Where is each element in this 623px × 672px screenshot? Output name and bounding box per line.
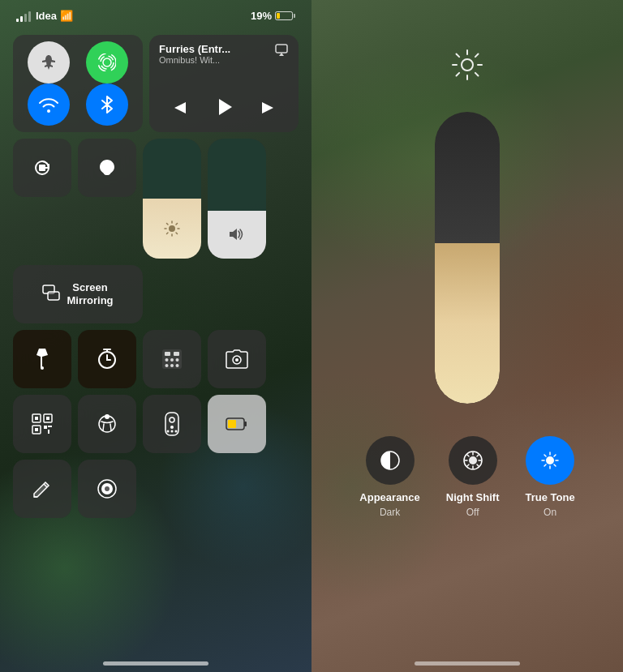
svg-line-79	[554, 464, 556, 466]
svg-point-44	[167, 430, 170, 433]
rotation-lock-button[interactable]	[13, 139, 71, 197]
svg-point-46	[171, 430, 174, 433]
battery-widget-button[interactable]	[208, 395, 266, 453]
svg-line-78	[544, 455, 546, 456]
svg-point-22	[165, 358, 169, 362]
svg-point-23	[170, 358, 174, 362]
slider-dark-area	[435, 112, 500, 243]
cellular-button[interactable]	[86, 41, 128, 83]
svg-line-13	[176, 224, 178, 225]
do-not-disturb-button[interactable]	[78, 139, 136, 197]
svg-rect-3	[276, 45, 287, 53]
calculator-button[interactable]	[143, 330, 201, 388]
svg-point-24	[176, 358, 179, 362]
brightness-slider[interactable]	[435, 112, 500, 404]
night-shift-button[interactable]	[449, 436, 497, 485]
airplane-mode-button[interactable]	[28, 41, 70, 83]
night-shift-control: Night Shift Off	[446, 436, 500, 518]
media-info: Furries (Entr... Omnibus! Wit...	[159, 43, 274, 65]
brightness-light-fill	[143, 199, 201, 259]
wifi-button[interactable]	[28, 83, 70, 126]
svg-point-6	[169, 225, 175, 232]
svg-line-61	[457, 73, 460, 76]
right-panel: Appearance Dark Night Shift O	[312, 0, 623, 672]
svg-point-64	[469, 456, 477, 464]
bluetooth-button[interactable]	[86, 83, 128, 126]
screen-mirroring-button[interactable]: ScreenMirroring	[13, 265, 143, 323]
carrier-name: Idea	[36, 10, 57, 22]
night-shift-label: Night Shift	[446, 491, 500, 503]
qr-scanner-button[interactable]	[13, 395, 71, 453]
utility-row-5	[13, 395, 299, 453]
svg-line-60	[475, 54, 479, 58]
svg-line-69	[467, 455, 469, 456]
battery-icon	[275, 11, 295, 20]
play-button[interactable]	[213, 96, 235, 124]
skip-back-button[interactable]	[171, 99, 189, 122]
svg-point-39	[105, 414, 110, 419]
brightness-slider-tile[interactable]	[143, 139, 201, 259]
bottom-controls: Appearance Dark Night Shift O	[359, 436, 574, 518]
markup-button[interactable]	[13, 460, 71, 518]
slider-light-area	[435, 243, 500, 404]
svg-line-11	[167, 224, 169, 225]
svg-point-26	[170, 364, 174, 367]
svg-rect-36	[44, 426, 47, 429]
svg-line-81	[544, 464, 546, 466]
svg-line-12	[176, 233, 178, 234]
true-tone-control: True Tone On	[525, 436, 574, 518]
utility-row-6	[13, 460, 299, 518]
true-tone-button[interactable]	[526, 436, 574, 485]
connectivity-tile[interactable]	[13, 35, 143, 132]
appearance-value: Dark	[380, 507, 400, 518]
appearance-control: Appearance Dark	[359, 436, 419, 518]
row-2	[13, 139, 299, 259]
accessibility-button[interactable]	[78, 395, 136, 453]
svg-line-71	[477, 455, 479, 456]
wifi-status-icon: 📶	[60, 10, 73, 22]
volume-slider-tile[interactable]	[208, 139, 266, 259]
camera-button[interactable]	[208, 330, 266, 388]
svg-rect-48	[244, 422, 247, 426]
skip-forward-button[interactable]	[259, 99, 277, 122]
svg-rect-37	[48, 426, 52, 427]
svg-rect-33	[35, 417, 38, 420]
control-center-grid: Furries (Entr... Omnibus! Wit...	[0, 28, 312, 518]
svg-point-53	[462, 59, 473, 71]
screen-mirror-icon	[42, 285, 60, 305]
signal-area: Idea 📶	[16, 10, 73, 22]
appearance-label: Appearance	[359, 491, 419, 503]
svg-point-45	[175, 430, 178, 433]
true-tone-value: On	[544, 507, 556, 518]
volume-light-fill	[208, 211, 266, 259]
timer-button[interactable]	[78, 330, 136, 388]
svg-line-14	[167, 233, 169, 234]
night-shift-value: Off	[466, 507, 479, 518]
svg-line-58	[457, 54, 460, 58]
battery-area: 19%	[251, 10, 295, 22]
row-1: Furries (Entr... Omnibus! Wit...	[13, 35, 299, 132]
brightness-sun-icon	[451, 49, 483, 88]
svg-point-43	[170, 426, 174, 429]
flashlight-button[interactable]	[13, 330, 71, 388]
media-tile[interactable]: Furries (Entr... Omnibus! Wit...	[149, 35, 299, 132]
svg-point-17	[41, 366, 44, 370]
airplay-icon[interactable]	[274, 43, 289, 61]
media-info-row: Furries (Entr... Omnibus! Wit...	[159, 43, 289, 65]
utility-row-4	[13, 330, 299, 388]
svg-rect-35	[35, 428, 38, 431]
svg-line-59	[475, 73, 479, 76]
home-bar	[103, 661, 208, 666]
svg-point-52	[105, 486, 110, 491]
svg-line-80	[554, 455, 556, 456]
svg-point-27	[176, 364, 179, 367]
svg-line-72	[467, 464, 469, 466]
svg-rect-5	[39, 165, 45, 171]
volume-dark-fill	[208, 139, 266, 211]
svg-line-70	[477, 464, 479, 466]
remote-button[interactable]	[143, 395, 201, 453]
appearance-button[interactable]	[366, 436, 415, 485]
svg-point-25	[165, 364, 169, 367]
svg-rect-49	[228, 420, 236, 428]
voice-memo-button[interactable]	[78, 460, 136, 518]
